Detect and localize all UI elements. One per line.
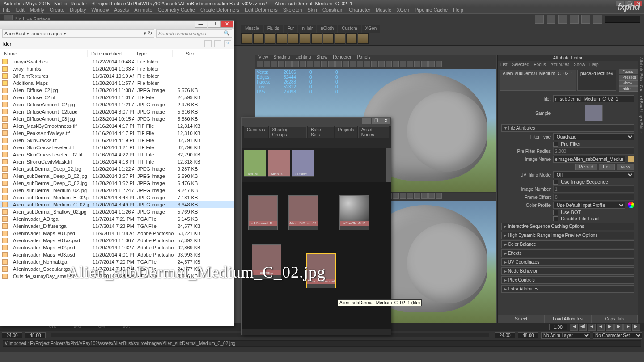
menu-xgen[interactable]: XGen (397, 7, 409, 13)
toolbar-input[interactable] (605, 16, 640, 23)
viewport-tool-icon[interactable] (264, 61, 270, 67)
character-set-select[interactable]: No Character Set (593, 332, 642, 339)
shelf-icon[interactable] (253, 33, 264, 44)
toolbar-icon[interactable] (581, 15, 590, 24)
ae-menu-show[interactable]: Show (574, 62, 585, 67)
viewport-tool-icon[interactable] (386, 61, 392, 67)
scrollbar[interactable] (386, 148, 391, 182)
help-icon[interactable]: ? (224, 40, 231, 47)
menu-pipeline-cache[interactable]: Pipeline Cache (415, 7, 448, 13)
step-forward-key-button[interactable]: |▶ (623, 324, 631, 331)
ae-show-button[interactable]: Show (619, 80, 639, 86)
menu-animate[interactable]: Animate (134, 7, 152, 13)
ae-menu-selected[interactable]: Selected (512, 62, 530, 67)
file-row[interactable]: Alien_subDermal_Deep_B_02.jpg11/20/2014 … (0, 173, 234, 180)
ae-menu-attributes[interactable]: Attributes (551, 62, 569, 67)
ae-section[interactable]: Ptex Controls (501, 276, 634, 284)
shelf-tab-muscle[interactable]: Muscle (242, 25, 263, 33)
ae-focus-button[interactable]: Focus (619, 69, 639, 74)
step-back-button[interactable]: ◀ (588, 324, 596, 331)
texture-swatch[interactable]: Alien_su... (268, 150, 290, 177)
disable-file-load-checkbox[interactable] (553, 216, 558, 221)
file-row[interactable]: Alien_PeaksAndValleys.tif11/16/2014 4:17… (0, 130, 234, 137)
menu-edit[interactable]: Edit (16, 7, 25, 13)
viewport-tool-icon[interactable] (407, 61, 413, 67)
reload-button[interactable]: Reload (575, 164, 597, 170)
ae-hide-button[interactable]: Hide (619, 86, 639, 92)
viewport-tool-icon[interactable] (421, 193, 428, 199)
viewport-tool-icon[interactable] (328, 61, 335, 67)
column-size[interactable]: Size (173, 50, 199, 57)
file-name-field[interactable] (553, 95, 634, 102)
viewport-tool-icon[interactable] (271, 61, 277, 67)
viewport-tool-icon[interactable] (407, 193, 413, 199)
viewport-tool-icon[interactable] (428, 193, 435, 199)
range-end2-field[interactable] (518, 332, 538, 338)
file-row[interactable]: .mayaSwatches11/22/2014 10:48 AMFile fol… (0, 58, 234, 65)
shelf-icon[interactable] (300, 33, 310, 44)
anim-layer-select[interactable]: No Anim Layer (541, 332, 590, 339)
menu-skeleton[interactable]: Skeleton (283, 7, 302, 13)
ae-section[interactable]: High Dynamic Range Image Preview Options (501, 232, 634, 239)
viewport-tool-icon[interactable] (364, 61, 370, 67)
file-row[interactable]: AlienInvader_Maps_v01xx.psd11/20/2014 11… (0, 237, 234, 244)
texture-swatch[interactable]: Outside_... (292, 150, 314, 177)
new-folder-label[interactable]: lder (3, 41, 11, 46)
shader-node[interactable]: subDermal_D... (248, 195, 278, 230)
range-start2-field[interactable] (495, 332, 515, 338)
ae-section[interactable]: Node Behavior (501, 267, 634, 275)
edit-button[interactable]: Edit (599, 164, 614, 170)
file-row[interactable]: Alien_StrongCavityMask.tif11/16/2014 4:1… (0, 158, 234, 165)
viewport-menu-show[interactable]: Show (316, 55, 327, 61)
file-row[interactable]: .vrayThumbs11/20/2014 11:33 AMFile folde… (0, 65, 234, 72)
column-name[interactable]: Name (0, 50, 88, 57)
shelf-icon[interactable] (265, 33, 275, 44)
ae-tab[interactable]: place2dTexture9 (577, 70, 616, 91)
file-row[interactable]: Alien_subDermal_Medium_C_02.jpg11/20/201… (0, 201, 234, 208)
viewport-tool-icon[interactable] (428, 61, 435, 67)
file-row[interactable]: Alien_subDermal_Medium_B_02.jpg11/20/201… (0, 194, 234, 201)
viewport-tool-icon[interactable] (400, 61, 406, 67)
folder-icon[interactable] (628, 156, 634, 162)
menu-create-deformers[interactable]: Create Deformers (200, 7, 239, 13)
hypershade-tab[interactable]: Cameras (244, 126, 268, 138)
ae-section[interactable]: Effects (501, 249, 634, 257)
maximize-button[interactable]: ☐ (208, 21, 220, 28)
viewport-menu-view[interactable]: View (258, 55, 268, 61)
file-row[interactable]: Alien_Diffuse_02.jpg11/20/2014 11:08 AMJ… (0, 87, 234, 94)
ae-section[interactable]: UV Coordinates (501, 258, 634, 266)
viewport-tool-icon[interactable] (371, 61, 377, 67)
menu-muscle[interactable]: Muscle (376, 7, 391, 13)
viewport-tool-icon[interactable] (436, 193, 442, 199)
menu-constrain[interactable]: Constrain (322, 7, 343, 13)
viewport-menu-shading[interactable]: Shading (274, 55, 290, 61)
menu-modify[interactable]: Modify (30, 7, 44, 13)
play-forward-button[interactable]: ▶ (606, 324, 614, 331)
step-back-key-button[interactable]: ◀| (579, 324, 587, 331)
viewport-tool-icon[interactable] (414, 61, 420, 67)
viewport-tool-icon[interactable] (343, 61, 349, 67)
step-forward-button[interactable]: ▶ (614, 324, 623, 331)
toolbar-icon[interactable] (547, 15, 555, 24)
minimize-button[interactable]: — (195, 21, 207, 28)
shader-node[interactable]: Alien_Diffuse_02_1 (288, 195, 318, 230)
viewport-tool-icon[interactable] (378, 61, 385, 67)
close-button[interactable]: ✕ (220, 21, 233, 28)
menu-skin[interactable]: Skin (307, 7, 317, 13)
breadcrumb-segment[interactable]: sourceimages (31, 31, 62, 36)
file-row[interactable]: Alien_subDermal_Deep_C_02.jpg11/20/2014 … (0, 180, 234, 187)
viewport-tool-icon[interactable] (335, 61, 342, 67)
shelf-tab-fluids[interactable]: Fluids (264, 25, 283, 33)
view-options-icon[interactable] (204, 40, 212, 47)
viewport-tool-icon[interactable] (321, 61, 327, 67)
file-row[interactable]: 3dPaintTextures11/9/2014 10:19 AMFile fo… (0, 72, 234, 80)
shelf-icon[interactable] (311, 33, 322, 44)
shelf-tab-fur[interactable]: Fur (284, 25, 297, 33)
menu-help[interactable]: Help (453, 7, 463, 13)
toolbar-icon[interactable] (535, 15, 544, 24)
file-row[interactable]: AlienInvader_Maps_v02.psd11/20/2014 11:3… (0, 244, 234, 251)
file-row[interactable]: Alien_subDermal_Shallow_02.jpg11/20/2014… (0, 208, 234, 215)
viewport-tool-icon[interactable] (436, 61, 442, 67)
column-type[interactable]: Type (132, 50, 173, 57)
menu-display[interactable]: Display (70, 7, 86, 13)
